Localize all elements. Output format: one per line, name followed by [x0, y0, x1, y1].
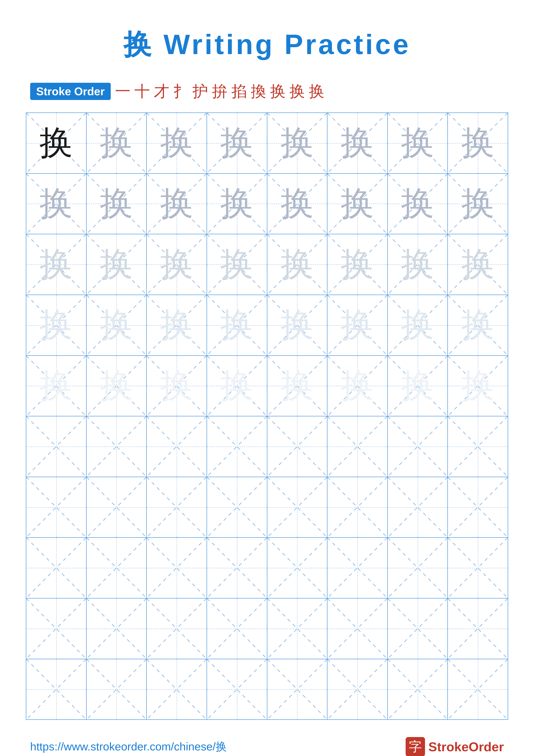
- grid-cell[interactable]: [448, 538, 508, 598]
- grid-cell[interactable]: [267, 538, 328, 598]
- grid-cell[interactable]: 换: [388, 356, 448, 416]
- grid-cell[interactable]: [207, 538, 267, 598]
- grid-cell[interactable]: 换: [388, 295, 448, 355]
- grid-cell[interactable]: 换: [87, 295, 147, 355]
- grid-cell[interactable]: [388, 659, 448, 719]
- grid-cell[interactable]: [388, 417, 448, 477]
- grid-cell[interactable]: [388, 477, 448, 537]
- grid-cell[interactable]: 换: [87, 356, 147, 416]
- practice-grid[interactable]: 换 换 换: [26, 113, 508, 720]
- grid-cell[interactable]: 换: [26, 174, 87, 234]
- grid-cell[interactable]: 换: [448, 234, 508, 295]
- grid-cell[interactable]: [26, 417, 87, 477]
- footer-url-link[interactable]: https://www.strokeorder.com/chinese/换: [30, 739, 227, 754]
- grid-cell[interactable]: 换: [207, 113, 267, 173]
- grid-cell[interactable]: 换: [207, 295, 267, 355]
- grid-cell[interactable]: 换: [327, 174, 388, 234]
- grid-cell[interactable]: 换: [327, 295, 388, 355]
- grid-cell[interactable]: 换: [26, 295, 87, 355]
- grid-row-9: [26, 599, 508, 659]
- grid-cell[interactable]: [388, 538, 448, 598]
- grid-cell[interactable]: [207, 599, 267, 659]
- grid-cell[interactable]: 换: [388, 234, 448, 295]
- grid-cell[interactable]: [448, 659, 508, 719]
- grid-cell[interactable]: [26, 538, 87, 598]
- grid-cell[interactable]: [147, 417, 207, 477]
- grid-cell[interactable]: [267, 659, 328, 719]
- grid-cell[interactable]: 换: [147, 234, 207, 295]
- grid-cell[interactable]: [267, 599, 328, 659]
- grid-cell[interactable]: 换: [147, 174, 207, 234]
- grid-cell[interactable]: [327, 538, 388, 598]
- grid-cell[interactable]: [207, 477, 267, 537]
- grid-cell[interactable]: [26, 477, 87, 537]
- grid-cell[interactable]: 换: [448, 113, 508, 173]
- svg-line-156: [388, 659, 447, 719]
- grid-cell[interactable]: [207, 417, 267, 477]
- grid-cell[interactable]: 换: [147, 356, 207, 416]
- grid-cell[interactable]: 换: [267, 113, 328, 173]
- grid-cell[interactable]: 换: [327, 356, 388, 416]
- grid-cell[interactable]: 换: [87, 174, 147, 234]
- grid-cell[interactable]: 换: [207, 356, 267, 416]
- grid-cell[interactable]: 换: [267, 295, 328, 355]
- grid-cell[interactable]: [388, 599, 448, 659]
- grid-cell[interactable]: 换: [207, 234, 267, 295]
- grid-cell[interactable]: 换: [388, 113, 448, 173]
- grid-cell[interactable]: [26, 659, 87, 719]
- svg-line-108: [388, 477, 447, 537]
- svg-line-157: [388, 659, 447, 719]
- grid-cell[interactable]: [147, 477, 207, 537]
- svg-line-131: [87, 599, 146, 659]
- grid-cell[interactable]: 换: [147, 295, 207, 355]
- grid-cell[interactable]: [207, 659, 267, 719]
- svg-line-93: [388, 417, 447, 477]
- practice-char: 换: [100, 187, 133, 221]
- grid-cell[interactable]: [448, 477, 508, 537]
- grid-cell[interactable]: 换: [207, 174, 267, 234]
- grid-cell[interactable]: [87, 417, 147, 477]
- practice-char: 换: [39, 369, 73, 403]
- grid-cell[interactable]: [327, 599, 388, 659]
- grid-cell[interactable]: [87, 659, 147, 719]
- grid-cell[interactable]: 换: [87, 113, 147, 173]
- grid-cell[interactable]: 换: [267, 174, 328, 234]
- grid-cell[interactable]: 换: [327, 234, 388, 295]
- grid-cell[interactable]: [448, 417, 508, 477]
- grid-cell[interactable]: 换: [448, 174, 508, 234]
- grid-cell[interactable]: 换: [388, 174, 448, 234]
- grid-cell[interactable]: [147, 659, 207, 719]
- grid-cell[interactable]: 换: [26, 113, 87, 173]
- stroke-order-row: Stroke Order 一 十 才 扌 护 拚 掐 換 换 换 换: [26, 81, 508, 102]
- grid-cell[interactable]: 换: [147, 113, 207, 173]
- grid-cell[interactable]: [87, 599, 147, 659]
- practice-char: 换: [280, 248, 314, 281]
- grid-cell[interactable]: 换: [267, 234, 328, 295]
- grid-cell[interactable]: 换: [26, 356, 87, 416]
- grid-cell[interactable]: [147, 599, 207, 659]
- grid-cell[interactable]: 换: [26, 234, 87, 295]
- grid-cell[interactable]: [267, 477, 328, 537]
- grid-cell[interactable]: [327, 659, 388, 719]
- grid-cell[interactable]: 换: [327, 113, 388, 173]
- grid-row-5: 换 换 换: [26, 356, 508, 417]
- grid-cell[interactable]: [327, 417, 388, 477]
- grid-cell[interactable]: 换: [87, 234, 147, 295]
- grid-cell[interactable]: [267, 417, 328, 477]
- grid-cell[interactable]: [26, 599, 87, 659]
- grid-cell[interactable]: [87, 477, 147, 537]
- svg-line-107: [327, 477, 387, 537]
- practice-char: 换: [100, 309, 133, 342]
- grid-cell[interactable]: 换: [448, 295, 508, 355]
- grid-cell[interactable]: 换: [267, 356, 328, 416]
- stroke-4: 扌: [173, 81, 189, 102]
- grid-cell[interactable]: [327, 477, 388, 537]
- svg-line-126: [448, 538, 508, 598]
- practice-char: 换: [39, 126, 73, 160]
- grid-cell[interactable]: 换: [448, 356, 508, 416]
- grid-cell[interactable]: [147, 538, 207, 598]
- footer-logo: 字 StrokeOrder: [406, 737, 504, 756]
- grid-cell[interactable]: [448, 599, 508, 659]
- grid-cell[interactable]: [87, 538, 147, 598]
- svg-line-144: [26, 659, 86, 719]
